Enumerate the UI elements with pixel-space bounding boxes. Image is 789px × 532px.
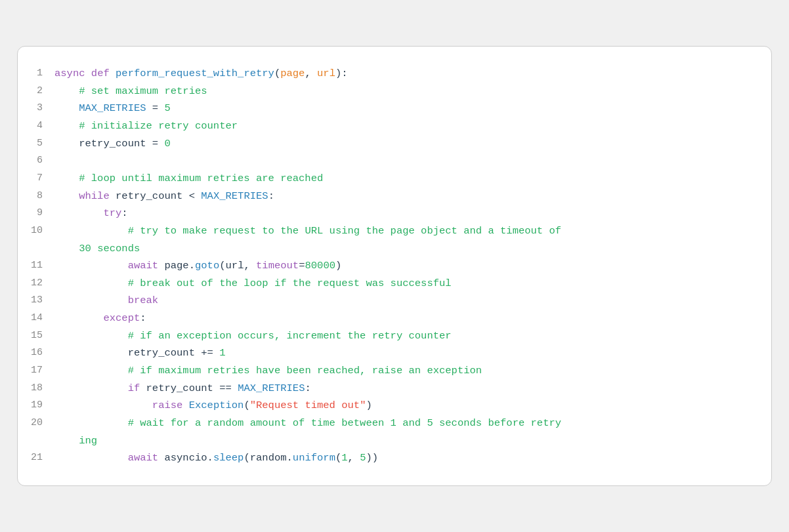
line-content: # if maximum retries have been reached, … [54,362,750,380]
line-content: try: [54,205,750,222]
line-content: break [54,292,750,310]
code-line: 15 # if an exception occurs, increment t… [31,327,750,345]
token-param: url [317,68,335,79]
token-plain: : [121,207,127,219]
code-line: 20 # wait for a random amount of time be… [31,415,750,449]
line-number: 13 [31,292,54,309]
token-plain [54,417,128,429]
token-plain: ) [366,399,372,411]
token-plain: : [140,312,146,324]
line-number: 7 [31,170,54,187]
token-plain [54,312,103,324]
token-comment: # initialize retry counter [79,120,238,132]
token-num: 1 [341,452,347,464]
token-plain: . [287,452,293,464]
line-number: 2 [31,83,54,100]
token-plain [54,85,79,97]
token-plain: , [244,260,256,272]
token-plain: ): [335,68,348,79]
token-comment: # if maximum retries have been reached, … [128,365,482,377]
token-plain: ) [335,260,341,272]
code-line: 7 # loop until maximum retries are reach… [31,170,750,188]
token-comment: # wait for a random amount of time betwe… [54,417,561,447]
token-plain: ( [335,452,341,464]
token-comment: # break out of the loop if the request w… [128,277,452,289]
token-fn-name: goto [195,260,219,272]
line-content: # break out of the loop if the request w… [54,275,750,293]
token-kw-except: except [103,312,140,324]
line-content: except: [54,310,750,327]
code-container: 1async def perform_request_with_retry(pa… [17,46,772,486]
token-class-name: Exception [189,399,244,411]
token-plain [54,452,128,464]
token-param: page [280,68,305,79]
token-plain [54,295,128,306]
line-content: await asyncio.sleep(random.uniform(1, 5)… [54,449,750,467]
line-number: 21 [31,449,54,466]
token-plain [195,347,201,359]
line-content: # loop until maximum retries are reached [54,170,750,188]
token-plain [195,190,201,202]
line-content: # try to make request to the URL using t… [54,222,750,257]
token-plain: , [305,68,317,79]
code-line: 16 retry_count += 1 [31,344,750,362]
token-kw-raise: raise [152,399,183,411]
code-line: 4 # initialize retry counter [31,117,750,135]
code-line: 10 # try to make request to the URL usin… [31,222,750,257]
code-line: 14 except: [31,310,750,327]
token-plain [54,173,79,184]
token-plain [54,260,128,272]
line-content: # set maximum retries [54,83,750,100]
token-kw-while: while [79,190,110,202]
code-line: 13 break [31,292,750,310]
line-number: 5 [31,135,54,152]
line-number: 10 [31,222,54,239]
token-plain [54,225,128,237]
token-num: 0 [164,138,170,150]
token-var: page [164,260,188,272]
code-line: 2 # set maximum retries [31,83,750,100]
token-op: == [219,382,232,394]
token-num: 1 [219,347,225,359]
line-number: 8 [31,188,54,205]
line-number: 12 [31,275,54,292]
token-plain [54,190,79,202]
token-kw-await: await [128,452,159,464]
token-plain [54,347,128,359]
token-var: random [250,452,287,464]
code-line: 17 # if maximum retries have been reache… [31,362,750,380]
token-kw-try: try [103,207,121,219]
line-content: while retry_count < MAX_RETRIES: [54,188,750,205]
token-plain [146,102,152,114]
line-content: retry_count += 1 [54,344,750,362]
token-kw-if: if [128,382,140,394]
token-plain: : [305,382,310,394]
token-plain: ( [244,399,249,411]
line-content: # initialize retry counter [54,117,750,135]
line-number: 9 [31,205,54,222]
token-var: retry_count [128,347,195,359]
code-line: 9 try: [31,205,750,222]
token-var: retry_count [146,382,213,394]
token-plain [54,330,128,342]
code-line: 3 MAX_RETRIES = 5 [31,100,750,117]
code-line: 21 await asyncio.sleep(random.uniform(1,… [31,449,750,467]
line-number: 14 [31,310,54,327]
token-comment: # if an exception occurs, increment the … [128,330,452,342]
token-plain: ( [219,260,225,272]
code-line: 11 await page.goto(url, timeout=80000) [31,257,750,275]
token-plain [54,207,103,219]
line-number: 18 [31,380,54,397]
token-const: MAX_RETRIES [238,382,305,394]
token-op: = [152,102,158,114]
token-op: = [152,138,158,150]
token-plain [146,138,152,150]
token-const: MAX_RETRIES [201,190,268,202]
code-line: 12 # break out of the loop if the reques… [31,275,750,293]
line-number: 17 [31,362,54,379]
token-plain: ( [274,68,280,79]
token-var: retry_count [116,190,182,202]
token-plain [110,190,116,202]
token-plain [232,382,238,394]
token-plain [213,382,219,394]
